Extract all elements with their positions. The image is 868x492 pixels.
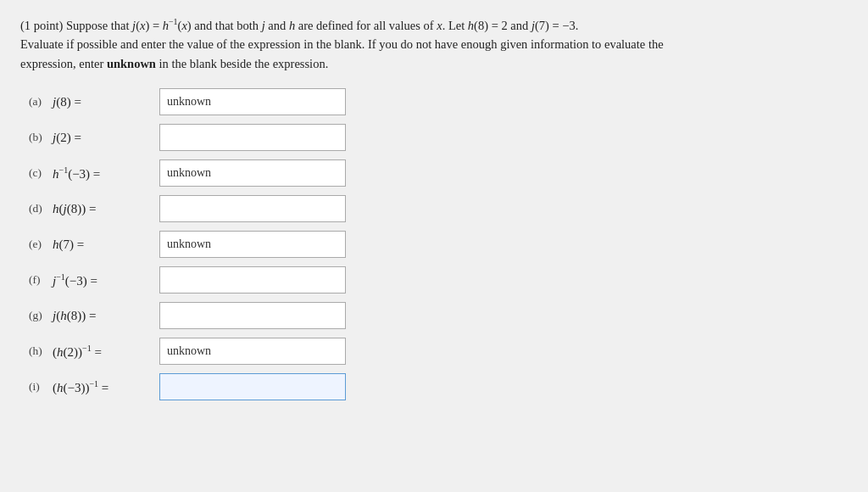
- part-c-row: (c) h−1(−3) =: [29, 159, 848, 187]
- part-g-input[interactable]: [159, 302, 346, 329]
- part-g-row: (g) j(h(8)) =: [29, 302, 848, 329]
- part-a-label: (a): [29, 95, 47, 109]
- part-e-input[interactable]: [159, 231, 346, 258]
- part-e-label: (e): [29, 238, 47, 251]
- problem-container: (1 point) Suppose that j(x) = h−1(x) and…: [20, 15, 848, 400]
- part-i-expr: (h(−3))−1 =: [53, 379, 154, 395]
- part-b-input[interactable]: [159, 124, 346, 151]
- part-d-row: (d) h(j(8)) =: [29, 195, 848, 222]
- instructions-text-2: expression, enter unknown in the blank b…: [20, 57, 328, 70]
- intro-text: (1 point) Suppose that j(x) = h−1(x) and…: [20, 19, 578, 32]
- part-c-input[interactable]: [159, 159, 346, 187]
- part-h-row: (h) (h(2))−1 =: [29, 338, 848, 365]
- part-f-label: (f): [29, 273, 47, 287]
- part-b-label: (b): [29, 131, 47, 144]
- part-i-row: (i) (h(−3))−1 =: [29, 373, 848, 400]
- part-i-label: (i): [29, 380, 47, 394]
- problem-statement: (1 point) Suppose that j(x) = h−1(x) and…: [20, 15, 783, 73]
- part-f-row: (f) j−1(−3) =: [29, 266, 848, 294]
- part-f-expr: j−1(−3) =: [53, 272, 154, 288]
- part-e-row: (e) h(7) =: [29, 231, 848, 258]
- part-a-input[interactable]: [159, 88, 346, 115]
- part-a-row: (a) j(8) =: [29, 88, 848, 115]
- part-e-expr: h(7) =: [53, 238, 154, 252]
- part-a-expr: j(8) =: [53, 95, 154, 109]
- part-i-input[interactable]: [159, 373, 346, 400]
- part-d-input[interactable]: [159, 195, 346, 222]
- part-h-expr: (h(2))−1 =: [53, 344, 154, 360]
- part-f-input[interactable]: [159, 266, 346, 294]
- part-h-input[interactable]: [159, 338, 346, 365]
- part-d-label: (d): [29, 202, 47, 215]
- part-g-label: (g): [29, 309, 47, 322]
- instructions-text: Evaluate if possible and enter the value…: [20, 37, 664, 51]
- part-c-label: (c): [29, 166, 47, 180]
- part-d-expr: h(j(8)) =: [53, 202, 154, 216]
- parts-list: (a) j(8) = (b) j(2) = (c) h−1(−3) = (d) …: [29, 88, 848, 400]
- part-g-expr: j(h(8)) =: [53, 309, 154, 323]
- part-h-label: (h): [29, 344, 47, 358]
- part-c-expr: h−1(−3) =: [53, 165, 154, 182]
- part-b-row: (b) j(2) =: [29, 124, 848, 151]
- part-b-expr: j(2) =: [53, 131, 154, 145]
